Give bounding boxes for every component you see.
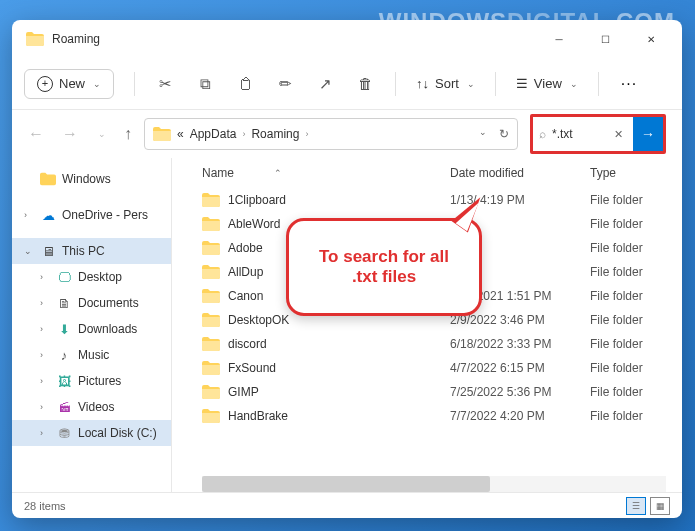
- file-date: 7/25/2022 5:36 PM: [450, 385, 590, 399]
- file-type: File folder: [590, 361, 666, 375]
- folder-icon: [202, 217, 220, 231]
- file-type: File folder: [590, 241, 666, 255]
- file-type: File folder: [590, 409, 666, 423]
- file-name: Canon: [228, 289, 263, 303]
- view-icon: ☰: [516, 76, 528, 91]
- sidebar-icon: 🖼︎: [56, 373, 72, 389]
- file-name: Adobe: [228, 241, 263, 255]
- chevron-icon: ›: [40, 298, 43, 308]
- file-date: 6/18/2022 3:33 PM: [450, 337, 590, 351]
- explorer-window: Roaming ─ ☐ ✕ + New ⌄ ✂ ⧉ 📋︎ ✏ ↗ 🗑︎ ↑↓ S…: [12, 20, 682, 518]
- file-date: 4/7/2022 6:15 PM: [450, 361, 590, 375]
- forward-button[interactable]: →: [62, 125, 78, 143]
- file-row[interactable]: FxSound4/7/2022 6:15 PMFile folder: [172, 356, 682, 380]
- history-button[interactable]: ⌄: [98, 129, 106, 139]
- sidebar-item[interactable]: ›⬇Downloads: [12, 316, 171, 342]
- folder-icon: [26, 32, 44, 46]
- sidebar-label: Videos: [78, 400, 114, 414]
- details-view-button[interactable]: ☰: [626, 497, 646, 515]
- sidebar-item[interactable]: Windows: [12, 166, 171, 192]
- sidebar-icon: [40, 171, 56, 187]
- sidebar-item[interactable]: ›♪Music: [12, 342, 171, 368]
- column-date[interactable]: Date modified: [450, 166, 590, 180]
- file-name: FxSound: [228, 361, 276, 375]
- file-row[interactable]: discord6/18/2022 3:33 PMFile folder: [172, 332, 682, 356]
- sort-button[interactable]: ↑↓ Sort ⌄: [408, 70, 483, 97]
- thumbnails-view-button[interactable]: ▦: [650, 497, 670, 515]
- back-button[interactable]: ←: [28, 125, 44, 143]
- file-name: discord: [228, 337, 267, 351]
- sidebar-item[interactable]: ›⛃Local Disk (C:): [12, 420, 171, 446]
- sidebar-label: Local Disk (C:): [78, 426, 157, 440]
- breadcrumb-part[interactable]: Roaming: [251, 127, 299, 141]
- file-type: File folder: [590, 217, 666, 231]
- breadcrumb-prefix: «: [177, 127, 184, 141]
- plus-icon: +: [37, 76, 53, 92]
- up-button[interactable]: ↑: [124, 125, 132, 143]
- copy-button[interactable]: ⧉: [187, 66, 223, 102]
- paste-button[interactable]: 📋︎: [227, 66, 263, 102]
- sidebar-icon: 🎬︎: [56, 399, 72, 415]
- file-type: File folder: [590, 289, 666, 303]
- sidebar-item[interactable]: ›🖵Desktop: [12, 264, 171, 290]
- share-button[interactable]: ↗: [307, 66, 343, 102]
- sidebar-label: Windows: [62, 172, 111, 186]
- breadcrumb-part[interactable]: AppData: [190, 127, 237, 141]
- address-bar[interactable]: « AppData › Roaming › ⌄ ↻: [144, 118, 518, 150]
- chevron-icon: ›: [40, 428, 43, 438]
- sidebar-icon: ⬇: [56, 321, 72, 337]
- folder-icon: [202, 409, 220, 423]
- sidebar: Windows›☁OneDrive - Pers⌄🖥︎This PC›🖵Desk…: [12, 158, 172, 492]
- sidebar-label: OneDrive - Pers: [62, 208, 148, 222]
- column-type[interactable]: Type: [590, 166, 666, 180]
- sidebar-label: Desktop: [78, 270, 122, 284]
- folder-icon: [202, 385, 220, 399]
- sidebar-label: This PC: [62, 244, 105, 258]
- sidebar-icon: ♪: [56, 347, 72, 363]
- file-name: HandBrake: [228, 409, 288, 423]
- sidebar-item[interactable]: ›🎬︎Videos: [12, 394, 171, 420]
- new-button[interactable]: + New ⌄: [24, 69, 114, 99]
- file-name: AbleWord: [228, 217, 280, 231]
- search-submit-button[interactable]: →: [633, 117, 663, 151]
- file-name: GIMP: [228, 385, 259, 399]
- cut-button[interactable]: ✂: [147, 66, 183, 102]
- view-button[interactable]: ☰ View ⌄: [508, 70, 586, 97]
- horizontal-scrollbar[interactable]: [202, 476, 666, 492]
- file-name: 1Clipboard: [228, 193, 286, 207]
- address-history-button[interactable]: ⌄: [479, 127, 487, 141]
- search-text: *.txt: [552, 127, 604, 141]
- sidebar-item[interactable]: ›☁OneDrive - Pers: [12, 202, 171, 228]
- sort-icon: ↑↓: [416, 76, 429, 91]
- file-row[interactable]: HandBrake7/7/2022 4:20 PMFile folder: [172, 404, 682, 428]
- sidebar-icon: ☁: [40, 207, 56, 223]
- folder-icon: [153, 127, 171, 141]
- folder-icon: [202, 337, 220, 351]
- folder-icon: [202, 193, 220, 207]
- sidebar-item[interactable]: ›🖼︎Pictures: [12, 368, 171, 394]
- nav-row: ← → ⌄ ↑ « AppData › Roaming › ⌄ ↻ ⌕ *.tx…: [12, 110, 682, 158]
- clear-search-button[interactable]: ✕: [610, 128, 627, 141]
- delete-button[interactable]: 🗑︎: [347, 66, 383, 102]
- sidebar-item[interactable]: ⌄🖥︎This PC: [12, 238, 171, 264]
- refresh-button[interactable]: ↻: [499, 127, 509, 141]
- folder-icon: [202, 289, 220, 303]
- file-type: File folder: [590, 265, 666, 279]
- sidebar-label: Documents: [78, 296, 139, 310]
- sidebar-item[interactable]: ›🗎Documents: [12, 290, 171, 316]
- folder-icon: [202, 241, 220, 255]
- chevron-icon: ›: [40, 272, 43, 282]
- rename-button[interactable]: ✏: [267, 66, 303, 102]
- search-box-highlighted: ⌕ *.txt ✕ →: [530, 114, 666, 154]
- sort-indicator-icon: ⌃: [274, 168, 282, 178]
- file-row[interactable]: GIMP7/25/2022 5:36 PMFile folder: [172, 380, 682, 404]
- sidebar-icon: 🖥︎: [40, 243, 56, 259]
- column-name[interactable]: Name ⌃: [202, 166, 450, 180]
- more-button[interactable]: ···: [611, 69, 647, 99]
- file-row[interactable]: 1Clipboard1/13/ 4:19 PMFile folder: [172, 188, 682, 212]
- search-input[interactable]: ⌕ *.txt ✕: [533, 118, 633, 150]
- chevron-icon: ›: [40, 376, 43, 386]
- file-type: File folder: [590, 193, 666, 207]
- content-area: Name ⌃ Date modified Type 1Clipboard1/13…: [172, 158, 682, 492]
- chevron-icon: ›: [40, 402, 43, 412]
